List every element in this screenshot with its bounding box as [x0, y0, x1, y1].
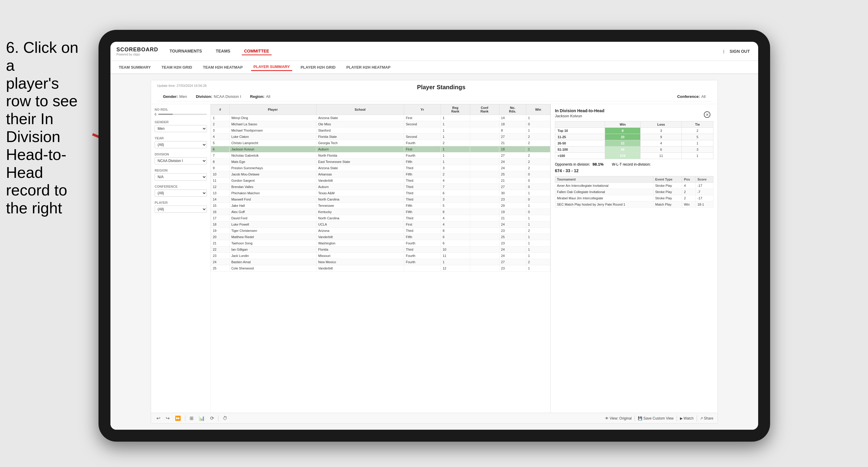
- cell-conf-rank: [470, 228, 499, 234]
- cell-player: Alex Goff: [229, 209, 316, 215]
- cell-win: 0: [526, 171, 550, 178]
- subnav-player-h2h-heatmap[interactable]: PLAYER H2H HEATMAP: [344, 64, 393, 71]
- cell-num: 20: [211, 234, 229, 240]
- cell-no-rds: 21: [499, 178, 526, 184]
- table-row[interactable]: 3 Michael Thorbjornsen Stanford 1 8 1: [211, 127, 550, 134]
- cell-yr: Third: [404, 190, 440, 196]
- cell-no-rds: 18: [499, 121, 526, 127]
- h2h-close-btn[interactable]: ✕: [704, 111, 710, 118]
- cell-conf-rank: [470, 127, 499, 134]
- instruction-line1: 6. Click on a: [6, 39, 79, 74]
- table-row[interactable]: 13 Phichaksn Maichon Texas A&M Third 6 3…: [211, 190, 550, 196]
- cell-school: Auburn: [316, 146, 404, 153]
- cell-school: Florida State: [316, 134, 404, 140]
- watch-btn[interactable]: ▶ Watch: [680, 416, 694, 421]
- h2h-rank-label: 11-25: [555, 134, 605, 140]
- main-content: Update time: 27/03/2024 16:56:26 Player …: [111, 74, 758, 430]
- h2h-tie-val: 3: [682, 147, 713, 153]
- cell-player: Michael Thorbjornsen: [229, 127, 316, 134]
- cell-school: Arizona State: [316, 115, 404, 121]
- tourn-pos: 2: [682, 189, 695, 195]
- table-row[interactable]: 20 Matthew Riedel Vanderbilt Fifth 6 25 …: [211, 234, 550, 240]
- table-row[interactable]: 21 Taehoon Song Washington Fourth 6 23 1: [211, 240, 550, 247]
- redo-btn[interactable]: ↪: [164, 415, 171, 422]
- table-row[interactable]: 12 Brendan Valles Auburn Third 7 27 0: [211, 184, 550, 190]
- conference-select[interactable]: (All): [155, 189, 207, 197]
- table-row[interactable]: 15 Jake Hall Tennessee Fifth 5 29 1: [211, 203, 550, 209]
- tourn-name: Fallen Oak Collegiate Invitational: [555, 189, 653, 195]
- redo2-btn[interactable]: ⏩: [174, 415, 182, 422]
- cell-win: 2: [526, 228, 550, 234]
- cell-player: Jacob Mou-Delawe: [229, 171, 316, 178]
- cell-player: Matthew Riedel: [229, 234, 316, 240]
- view-original-btn[interactable]: 👁 View: Original: [605, 416, 631, 421]
- cell-conf-rank: [470, 240, 499, 247]
- cell-reg-rank: 4: [440, 178, 470, 184]
- table-row[interactable]: 19 Tiger Christensen Arizona Third 8 23 …: [211, 228, 550, 234]
- refresh-btn[interactable]: ⟳: [209, 415, 215, 422]
- subnav-player-h2h-grid[interactable]: PLAYER H2H GRID: [298, 64, 338, 71]
- table-row[interactable]: 4 Luke Claton Florida State Second 1 27 …: [211, 134, 550, 140]
- undo-btn[interactable]: ↩: [155, 415, 161, 422]
- share-btn[interactable]: ↗ Share: [700, 416, 713, 421]
- player-table: # Player School Yr RegRank ConfRank No.R…: [211, 104, 550, 272]
- table-row[interactable]: 24 Bastien Amat New Mexico Fourth 1 27 2: [211, 259, 550, 265]
- table-row[interactable]: 17 David Ford North Carolina Third 4 21 …: [211, 215, 550, 221]
- subnav-team-h2h-grid[interactable]: TEAM H2H GRID: [159, 64, 195, 71]
- h2h-rank-row: 11-25 20 9 5: [555, 134, 713, 140]
- table-area: # Player School Yr RegRank ConfRank No.R…: [211, 104, 550, 413]
- nav-committee[interactable]: COMMITTEE: [242, 48, 272, 55]
- nav-tournaments[interactable]: TOURNAMENTS: [167, 48, 205, 55]
- filter-btn[interactable]: ⊞: [188, 415, 195, 422]
- slider-track[interactable]: [158, 114, 207, 115]
- h2h-win-col: Win: [605, 121, 641, 128]
- share-icon: ↗: [700, 416, 703, 421]
- table-row[interactable]: 16 Alex Goff Kentucky Fifth 8 19 0: [211, 209, 550, 215]
- h2h-loss-val: 11: [641, 153, 682, 159]
- cell-num: 19: [211, 228, 229, 234]
- table-row[interactable]: 25 Cole Sherwood Vanderbilt 12 23 1: [211, 265, 550, 272]
- chart-btn[interactable]: 📊: [197, 415, 206, 422]
- sign-out-btn[interactable]: Sign out: [727, 48, 752, 55]
- table-row[interactable]: 9 Preston Summerhays Arizona State Third…: [211, 165, 550, 171]
- table-row[interactable]: 22 Ian Gilligan Florida Third 10 24 1: [211, 247, 550, 253]
- h2h-header-row: In Division Head-to-Head Jackson Koivun …: [555, 108, 713, 118]
- division-select[interactable]: NCAA Division I: [155, 157, 207, 164]
- cell-num: 24: [211, 259, 229, 265]
- table-row[interactable]: 2 Michael La Sasso Ole Miss Second 1 18 …: [211, 121, 550, 127]
- subnav-team-h2h-heatmap[interactable]: TEAM H2H HEATMAP: [200, 64, 245, 71]
- instruction-line5: record to the right: [6, 181, 67, 217]
- table-row[interactable]: 10 Jacob Mou-Delawe Arkansas Fifth 2 25 …: [211, 171, 550, 178]
- cell-num: 17: [211, 215, 229, 221]
- cell-school: Kentucky: [316, 209, 404, 215]
- year-select[interactable]: (All): [155, 141, 207, 148]
- cell-num: 8: [211, 159, 229, 165]
- subnav-player-summary[interactable]: PLAYER SUMMARY: [251, 63, 292, 71]
- table-row[interactable]: 23 Jack Lundin Missouri Fourth 11 24 1: [211, 253, 550, 259]
- nav-teams[interactable]: TEAMS: [213, 48, 233, 55]
- table-row[interactable]: 6 Jackson Koivun Auburn First 1 18 1: [211, 146, 550, 153]
- table-row[interactable]: 11 Gordon Sargent Vanderbilt Third 4 21 …: [211, 178, 550, 184]
- cell-no-rds: 19: [499, 209, 526, 215]
- table-row[interactable]: 14 Maxwell Ford North Carolina Third 3 2…: [211, 196, 550, 203]
- region-select[interactable]: N/A: [155, 174, 207, 181]
- gender-select[interactable]: Men: [155, 125, 207, 132]
- table-row[interactable]: 8 Mats Ege East Tennessee State Fifth 1 …: [211, 159, 550, 165]
- timer-btn[interactable]: ⏱: [221, 415, 229, 422]
- player-select[interactable]: (All): [155, 206, 207, 213]
- cell-num: 6: [211, 146, 229, 153]
- filter-conference: Conference: All: [677, 94, 706, 99]
- table-row[interactable]: 5 Christo Lamprecht Georgia Tech Fourth …: [211, 140, 550, 146]
- cell-conf-rank: [470, 146, 499, 153]
- subnav-team-summary[interactable]: TEAM SUMMARY: [116, 64, 153, 71]
- table-row[interactable]: 1 Wenyi Ding Arizona State First 1 14 1: [211, 115, 550, 121]
- cell-win: 2: [526, 259, 550, 265]
- table-row[interactable]: 18 Luke Powell UCLA First 4 24 1: [211, 221, 550, 228]
- cell-win: 2: [526, 153, 550, 159]
- h2h-tie-col: Tie: [682, 121, 713, 128]
- cell-conf-rank: [470, 115, 499, 121]
- save-custom-btn[interactable]: 💾 Save Custom View: [638, 416, 674, 421]
- update-time: Update time: 27/03/2024 16:56:26: [157, 84, 207, 87]
- cell-num: 13: [211, 190, 229, 196]
- table-row[interactable]: 7 Nicholas Gabrelcik North Florida Fourt…: [211, 153, 550, 159]
